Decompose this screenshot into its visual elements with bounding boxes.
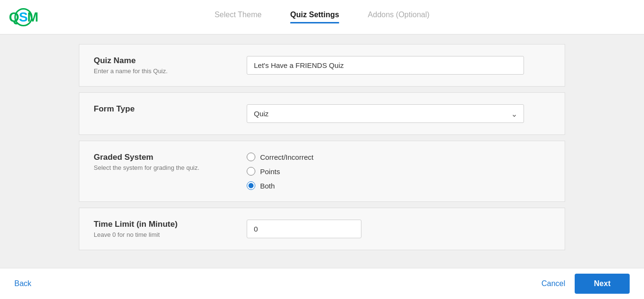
quiz-name-label-col: Quiz Name Enter a name for this Quiz.: [94, 56, 247, 75]
radio-correct-incorrect[interactable]: Correct/Incorrect: [247, 153, 550, 161]
tab-quiz-settings[interactable]: Quiz Settings: [290, 11, 339, 23]
radio-points-label: Points: [260, 167, 280, 176]
tab-select-theme[interactable]: Select Theme: [215, 11, 262, 23]
cancel-button[interactable]: Cancel: [542, 279, 566, 288]
footer: Back Cancel Next: [0, 268, 644, 299]
nav-tabs: Select Theme Quiz Settings Addons (Optio…: [215, 11, 430, 23]
radio-points-input[interactable]: [247, 167, 255, 176]
form-type-select[interactable]: Quiz Survey Form: [247, 104, 524, 123]
time-limit-section: Time Limit (in Minute) Leave 0 for no ti…: [79, 208, 565, 250]
form-type-label: Form Type: [94, 104, 247, 114]
logo-m: M: [27, 10, 38, 24]
time-limit-label: Time Limit (in Minute): [94, 220, 247, 229]
radio-both[interactable]: Both: [247, 181, 550, 190]
logo-s: S: [19, 10, 27, 24]
quiz-name-label: Quiz Name: [94, 56, 247, 66]
back-button[interactable]: Back: [14, 279, 32, 288]
time-limit-control: [247, 220, 550, 238]
radio-both-label: Both: [260, 182, 275, 190]
quiz-name-input[interactable]: [247, 56, 524, 75]
graded-system-radio-group: Correct/Incorrect Points Both: [247, 153, 550, 190]
graded-system-control: Correct/Incorrect Points Both: [247, 153, 550, 190]
form-type-label-col: Form Type: [94, 104, 247, 116]
graded-system-section: Graded System Select the system for grad…: [79, 141, 565, 202]
next-button[interactable]: Next: [575, 274, 630, 294]
graded-system-sublabel: Select the system for grading the quiz.: [94, 164, 247, 171]
quiz-name-sublabel: Enter a name for this Quiz.: [94, 67, 247, 75]
quiz-name-section: Quiz Name Enter a name for this Quiz.: [79, 44, 565, 87]
header: QSM Select Theme Quiz Settings Addons (O…: [0, 0, 644, 34]
logo-q: Q: [9, 10, 19, 24]
form-type-section: Form Type Quiz Survey Form ⌄: [79, 92, 565, 135]
radio-correct-incorrect-label: Correct/Incorrect: [260, 153, 314, 161]
form-type-control: Quiz Survey Form ⌄: [247, 104, 550, 123]
tab-addons[interactable]: Addons (Optional): [368, 11, 429, 23]
main-content: Quiz Name Enter a name for this Quiz. Fo…: [0, 34, 644, 268]
radio-points[interactable]: Points: [247, 167, 550, 176]
logo-circle: QSM: [14, 8, 33, 26]
quiz-name-control: [247, 56, 550, 75]
graded-system-label-col: Graded System Select the system for grad…: [94, 153, 247, 171]
logo-text: QSM: [9, 10, 38, 25]
graded-system-label: Graded System: [94, 153, 247, 162]
form-type-select-wrapper: Quiz Survey Form ⌄: [247, 104, 524, 123]
radio-both-input[interactable]: [247, 181, 255, 190]
time-limit-label-col: Time Limit (in Minute) Leave 0 for no ti…: [94, 220, 247, 238]
footer-right: Cancel Next: [542, 274, 630, 294]
time-limit-input[interactable]: [247, 220, 361, 238]
time-limit-sublabel: Leave 0 for no time limit: [94, 231, 247, 238]
logo: QSM: [14, 8, 33, 26]
radio-correct-incorrect-input[interactable]: [247, 153, 255, 161]
